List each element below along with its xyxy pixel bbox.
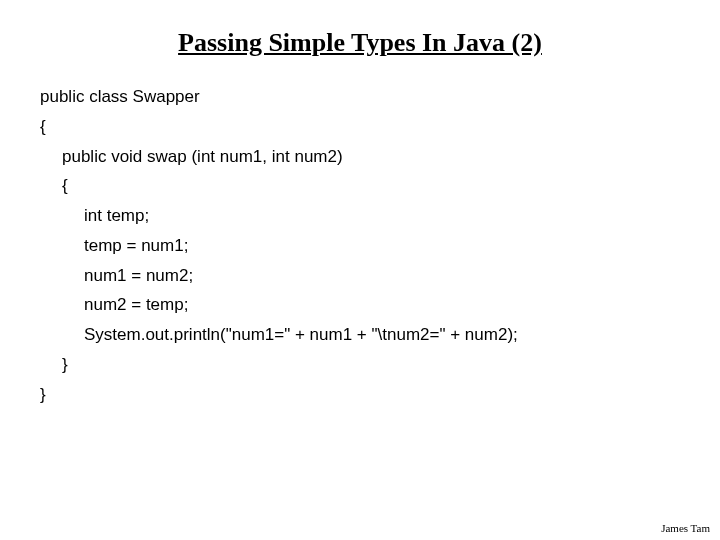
code-line: System.out.println("num1=" + num1 + "\tn…	[40, 320, 700, 350]
code-line: public void swap (int num1, int num2)	[40, 142, 700, 172]
footer-author: James Tam	[661, 522, 710, 534]
code-line: temp = num1;	[40, 231, 700, 261]
code-line: num1 = num2;	[40, 261, 700, 291]
code-line: int temp;	[40, 201, 700, 231]
code-line: {	[40, 112, 700, 142]
slide-title: Passing Simple Types In Java (2)	[0, 0, 720, 82]
code-block: public class Swapper { public void swap …	[0, 82, 720, 409]
code-line: public class Swapper	[40, 82, 700, 112]
code-line: }	[40, 350, 700, 380]
code-line: }	[40, 380, 700, 410]
code-line: num2 = temp;	[40, 290, 700, 320]
code-line: {	[40, 171, 700, 201]
